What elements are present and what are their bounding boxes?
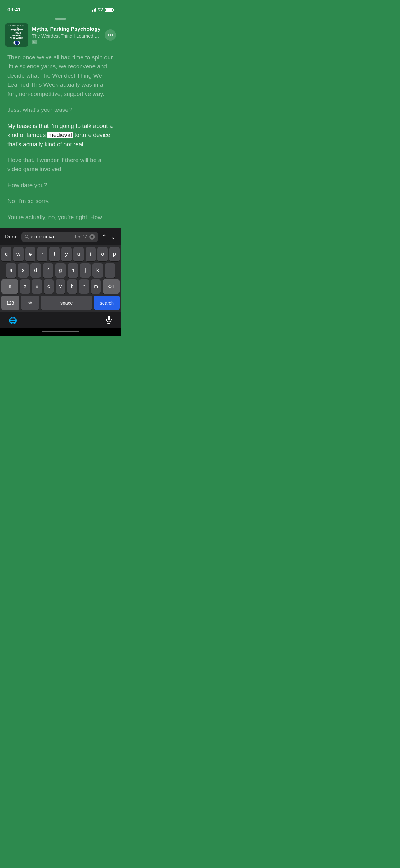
globe-icon[interactable]: 🌐 [9,317,17,325]
key-search[interactable]: search [94,296,120,310]
transcript-paragraph-1: Then once we've all had time to spin our… [7,53,113,98]
battery-icon [105,8,113,12]
key-m[interactable]: m [91,279,101,294]
svg-line-1 [28,238,29,239]
key-x[interactable]: x [32,279,42,294]
search-prev-button[interactable]: ⌃ [102,233,107,241]
transcript-paragraph-3: My tease is that I'm going to talk about… [7,121,113,149]
key-g[interactable]: g [55,263,66,278]
key-p[interactable]: p [109,247,120,261]
keyboard-row-2: a s d f g h j k l [0,261,121,278]
key-e[interactable]: e [26,247,36,261]
keyboard-row-4: 123 ☺ space search [0,294,121,312]
transcript-paragraph-5: How dare you? [7,181,113,190]
key-j[interactable]: j [80,263,91,278]
signal-icon [91,8,96,12]
transcript-content: Then once we've all had time to spin our… [0,53,121,222]
search-icon-wrap: ▾ [25,235,33,239]
podcast-info: Myths, Parking Psychology The Weirdest T… [32,26,101,44]
podcast-artwork: POPULAR SCIENCE THEWEIRDESTTHING ILEARNE… [5,23,28,46]
podcast-header: POPULAR SCIENCE THEWEIRDESTTHING ILEARNE… [0,23,121,46]
search-icon [25,235,29,239]
key-space[interactable]: space [41,296,92,310]
search-chevron-icon: ▾ [31,235,33,239]
transcript-paragraph-7: You're actually, no, you're right. How [7,213,113,222]
key-a[interactable]: a [6,263,16,278]
key-d[interactable]: d [30,263,41,278]
transcript-paragraph-2: Jess, what's your tease? [7,105,113,114]
key-l[interactable]: l [105,263,115,278]
key-n[interactable]: n [79,279,89,294]
search-input-wrapper: ▾ medieval 1 of 13 × [22,231,98,242]
keyboard-row-3: ⇧ z x c v b n m ⌫ [0,278,121,294]
key-v[interactable]: v [56,279,65,294]
key-q[interactable]: q [1,247,11,261]
key-h[interactable]: h [68,263,78,278]
microphone-icon[interactable] [105,315,112,326]
search-next-button[interactable]: ⌃ [111,233,116,241]
clear-icon: × [91,235,93,239]
more-button[interactable] [105,30,116,41]
key-w[interactable]: w [13,247,24,261]
search-clear-button[interactable]: × [89,234,95,240]
key-delete[interactable]: ⌫ [103,279,120,294]
key-o[interactable]: o [97,247,108,261]
transcript-paragraph-6: No, I'm so sorry. [7,196,113,206]
key-numbers[interactable]: 123 [1,296,19,310]
keyboard-row-1: q w e r t y u i o p [0,245,121,261]
show-title: The Weirdest Thing I Learned This We [32,33,101,38]
key-z[interactable]: z [20,279,30,294]
svg-rect-2 [108,316,110,320]
key-t[interactable]: t [49,247,60,261]
transcript-highlight-medieval: medieval [47,132,73,138]
keyboard: q w e r t y u i o p a s d f g h j k l ⇧ … [0,245,121,312]
key-emoji[interactable]: ☺ [21,296,39,310]
search-nav-buttons: ⌃ ⌃ [102,233,116,241]
key-i[interactable]: i [86,247,96,261]
key-s[interactable]: s [18,263,29,278]
podcast-badges: E [32,40,101,44]
episode-title: Myths, Parking Psychology [32,26,101,33]
key-f[interactable]: f [43,263,53,278]
status-bar: 09:41 [0,0,121,16]
status-time: 09:41 [7,7,21,13]
key-y[interactable]: y [61,247,72,261]
artwork-top-text: POPULAR SCIENCE [8,24,25,26]
artwork-title-text: THEWEIRDESTTHING ILEARNEDTHIS WEEK [10,27,23,39]
key-k[interactable]: k [92,263,103,278]
key-u[interactable]: u [73,247,84,261]
key-shift[interactable]: ⇧ [1,279,18,294]
key-r[interactable]: r [37,247,47,261]
more-dots-icon [108,34,113,36]
home-indicator [0,329,121,336]
wifi-icon [98,7,103,12]
keyboard-footer: 🌐 [0,312,121,329]
search-bar: Done ▾ medieval 1 of 13 × ⌃ ⌃ [0,228,121,245]
status-icons [91,7,113,12]
key-c[interactable]: c [44,279,54,294]
drag-handle [0,16,121,23]
artwork-eye [13,41,20,45]
search-input-text[interactable]: medieval [34,234,72,240]
done-button[interactable]: Done [5,234,18,240]
explicit-badge: E [32,40,37,44]
home-bar [42,331,79,333]
transcript-paragraph-4: I love that. I wonder if there will be a… [7,156,113,174]
key-b[interactable]: b [67,279,77,294]
search-count: 1 of 13 [74,235,88,239]
